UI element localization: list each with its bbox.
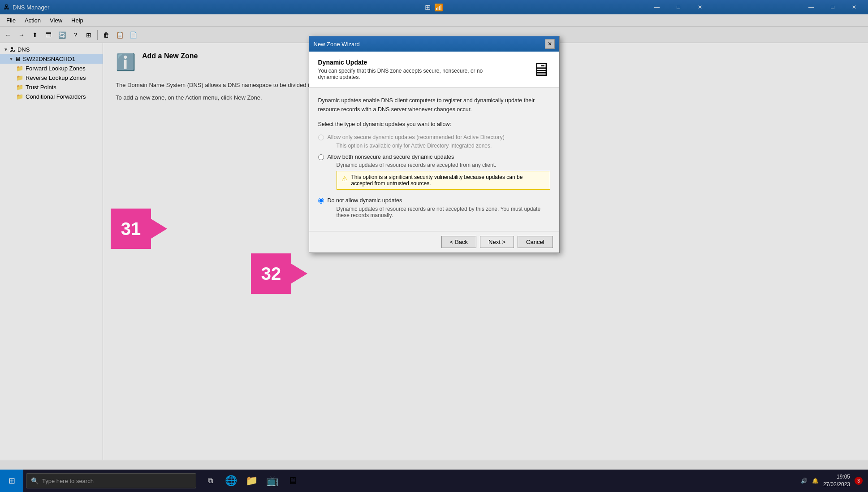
dialog-header-text: Dynamic Update You can specify that this… xyxy=(318,59,497,80)
dialog-footer: < Back Next > Cancel xyxy=(309,231,559,253)
cancel-button[interactable]: Cancel xyxy=(518,236,553,248)
warning-text: This option is a significant security vu… xyxy=(351,174,545,187)
dynamic-update-question: Select the type of dynamic updates you w… xyxy=(318,121,550,127)
dialog-title: New Zone Wizard xyxy=(314,41,360,48)
dynamic-update-description: Dynamic updates enable DNS client comput… xyxy=(318,96,550,114)
radio-option-2: Allow both nonsecure and secure dynamic … xyxy=(318,153,550,193)
security-warning: ⚠ This option is a significant security … xyxy=(337,171,550,190)
radio-sublabel-3: Dynamic updates of resource records are … xyxy=(337,206,550,218)
radio-secure-only[interactable] xyxy=(318,135,324,140)
dialog-close-button[interactable]: ✕ xyxy=(545,39,555,49)
radio-label-1: Allow only secure dynamic updates (recom… xyxy=(328,134,505,140)
dialog-section-title: Dynamic Update xyxy=(318,59,497,66)
dialog-overlay: New Zone Wizard ✕ Dynamic Update You can… xyxy=(0,0,868,492)
radio-label-2: Allow both nonsecure and secure dynamic … xyxy=(328,154,454,160)
radio-label-3: Do not allow dynamic updates xyxy=(328,197,402,204)
dialog-header: Dynamic Update You can specify that this… xyxy=(309,52,559,88)
radio-sublabel-1: This option is available only for Active… xyxy=(337,143,505,149)
server-graphic: 🖥 xyxy=(531,59,550,80)
dialog-title-bar: New Zone Wizard ✕ xyxy=(309,36,559,52)
next-button[interactable]: Next > xyxy=(480,236,514,248)
dialog-body: Dynamic updates enable DNS client comput… xyxy=(309,88,559,231)
radio-option-1: Allow only secure dynamic updates (recom… xyxy=(318,134,550,149)
dialog-section-subtitle: You can specify that this DNS zone accep… xyxy=(318,68,497,80)
new-zone-wizard-dialog: New Zone Wizard ✕ Dynamic Update You can… xyxy=(309,36,560,253)
radio-no-updates[interactable] xyxy=(318,198,324,204)
back-button[interactable]: < Back xyxy=(441,236,476,248)
warning-icon: ⚠ xyxy=(341,174,348,183)
radio-option-3: Do not allow dynamic updates Dynamic upd… xyxy=(318,197,550,218)
radio-sublabel-2: Dynamic updates of resource records are … xyxy=(337,162,550,168)
radio-nonsecure[interactable] xyxy=(318,154,324,160)
